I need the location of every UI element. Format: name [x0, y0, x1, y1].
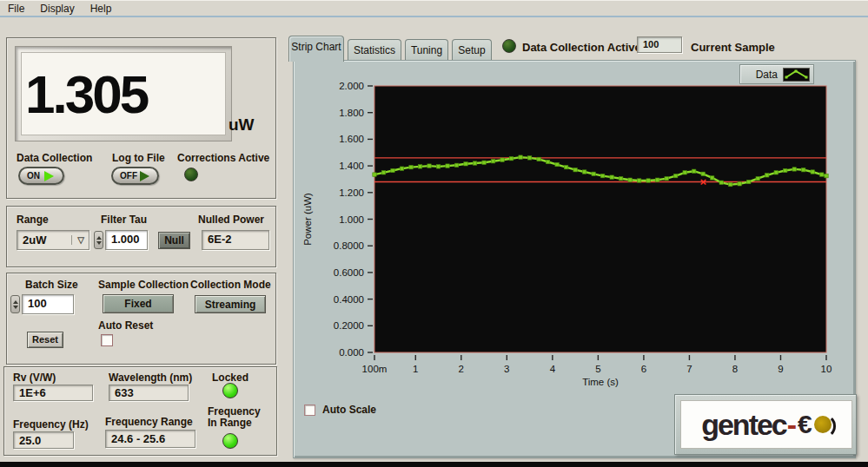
batch-size-input[interactable]: 100 [22, 294, 74, 314]
plot-area[interactable] [374, 86, 826, 352]
data-point-marker [391, 168, 394, 172]
x-tick-label: 9 [778, 364, 783, 374]
brand-logo-inner: gentec - € [680, 400, 852, 449]
logo-word: gentec [701, 408, 786, 442]
x-tick-label: 7 [686, 364, 692, 374]
log-to-file-state: OFF [120, 171, 137, 181]
y-axis-title: Power (uW) [302, 193, 313, 246]
data-point-marker [454, 163, 458, 167]
tab-strip-chart[interactable]: Strip Chart [288, 36, 344, 62]
data-point-marker [765, 174, 769, 177]
frequency-in-range-label-line2: In Range [208, 417, 252, 429]
y-tick-label: 1.200 [339, 187, 364, 198]
data-point-marker [546, 160, 549, 163]
reset-button[interactable]: Reset [27, 332, 63, 348]
data-point-marker [409, 165, 413, 168]
data-point-marker [573, 168, 577, 172]
y-tick-label: 0.6000 [334, 267, 364, 278]
sample-collection-button[interactable]: Fixed [103, 294, 174, 313]
data-collection-active-label: Data Collection Active [522, 41, 641, 54]
power-display-screen: 1.305 [21, 52, 226, 135]
data-point-marker [710, 176, 713, 180]
data-point-marker [619, 176, 622, 180]
menu-file[interactable]: File [0, 1, 32, 16]
strip-chart-panel: Data 2.0001.8001.6001.4001.2001.0000.800… [293, 60, 856, 458]
data-point-marker [500, 158, 504, 161]
data-collection-state: ON [27, 171, 40, 181]
increment-icon [96, 236, 102, 240]
y-tick-label: 1.600 [339, 134, 364, 144]
toggle-arrow-icon [140, 171, 149, 181]
data-point-marker [436, 165, 440, 168]
batch-size-stepper[interactable] [10, 295, 20, 313]
data-point-marker [555, 162, 559, 166]
power-value: 1.305 [22, 63, 147, 125]
filter-tau-input[interactable]: 1.000 [105, 230, 148, 250]
frequency-label: Frequency (Hz) [13, 418, 89, 431]
data-point-marker [381, 171, 385, 174]
data-point-marker [564, 165, 567, 168]
toggle-arrow-icon [44, 171, 54, 181]
range-value: 2uW [23, 234, 71, 247]
menu-display[interactable]: Display [32, 1, 82, 16]
collection-mode-button[interactable]: Streaming [195, 295, 266, 313]
data-point-marker [482, 161, 486, 164]
auto-reset-checkbox[interactable] [101, 334, 113, 346]
menu-bar: File Display Help [0, 1, 868, 17]
data-point-marker [655, 178, 659, 181]
tab-statistics[interactable]: Statistics [348, 39, 401, 61]
tab-tuning[interactable]: Tuning [405, 39, 448, 61]
display-bezel: 1.305 [15, 46, 232, 141]
range-dropdown[interactable]: 2uW ▽ [17, 230, 89, 250]
window-bottom-edge [0, 462, 868, 467]
frequency-in-range-led [222, 433, 238, 449]
data-point-marker [738, 182, 741, 186]
sample-collection-label: Sample Collection [98, 279, 189, 291]
locked-label: Locked [212, 372, 248, 384]
y-tick-label: 1.800 [339, 108, 364, 118]
x-tick-label: 4 [550, 364, 556, 374]
wavelength-label: Wavelength (nm) [109, 372, 192, 384]
data-point-marker [792, 168, 796, 171]
data-point-marker [665, 176, 668, 180]
x-tick-label: 8 [732, 364, 738, 374]
auto-scale-checkbox[interactable] [304, 405, 315, 416]
x-tick-label: 1 [413, 364, 418, 374]
logo-hyphen: - [787, 408, 797, 442]
data-collection-active-led [502, 39, 516, 53]
y-tick-label: 0.8000 [334, 240, 364, 251]
rv-label: Rv (V/W) [13, 372, 56, 384]
frequency-in-range-label-line1: Frequency [208, 405, 261, 418]
data-collection-toggle[interactable]: ON [18, 167, 64, 185]
y-tick-label: 0.000 [339, 347, 364, 358]
data-point-marker [637, 179, 640, 182]
data-point-marker [692, 169, 695, 173]
corrections-active-label: Corrections Active [177, 152, 269, 164]
x-tick-label: 100m [362, 364, 388, 374]
data-point-marker [519, 155, 522, 159]
x-axis-title: Time (s) [582, 377, 619, 387]
tab-setup[interactable]: Setup [452, 39, 492, 61]
data-point-marker [600, 174, 604, 177]
decrement-icon [96, 241, 102, 245]
data-point-marker [509, 156, 513, 160]
data-point-marker [774, 171, 778, 174]
strip-chart-graph[interactable]: 2.0001.8001.6001.4001.2001.0000.80000.60… [294, 61, 857, 399]
log-to-file-toggle[interactable]: OFF [111, 167, 159, 185]
data-point-marker [527, 156, 531, 160]
locked-led [222, 383, 238, 398]
data-point-marker [473, 161, 476, 165]
data-point-marker [784, 168, 787, 172]
rv-field: 1E+6 [13, 385, 93, 401]
cursor-marker[interactable]: × [699, 175, 706, 188]
menu-help[interactable]: Help [83, 1, 120, 16]
frequency-range-label: Frequency Range [105, 416, 193, 428]
y-tick-label: 1.400 [339, 161, 364, 171]
x-tick-label: 5 [595, 364, 600, 374]
null-button[interactable]: Null [158, 232, 190, 249]
data-collection-label: Data Collection [17, 152, 92, 164]
filter-tau-stepper[interactable] [94, 231, 103, 249]
y-tick-label: 1.000 [339, 214, 364, 225]
data-point-marker [673, 174, 677, 177]
x-tick-label: 3 [504, 364, 509, 374]
